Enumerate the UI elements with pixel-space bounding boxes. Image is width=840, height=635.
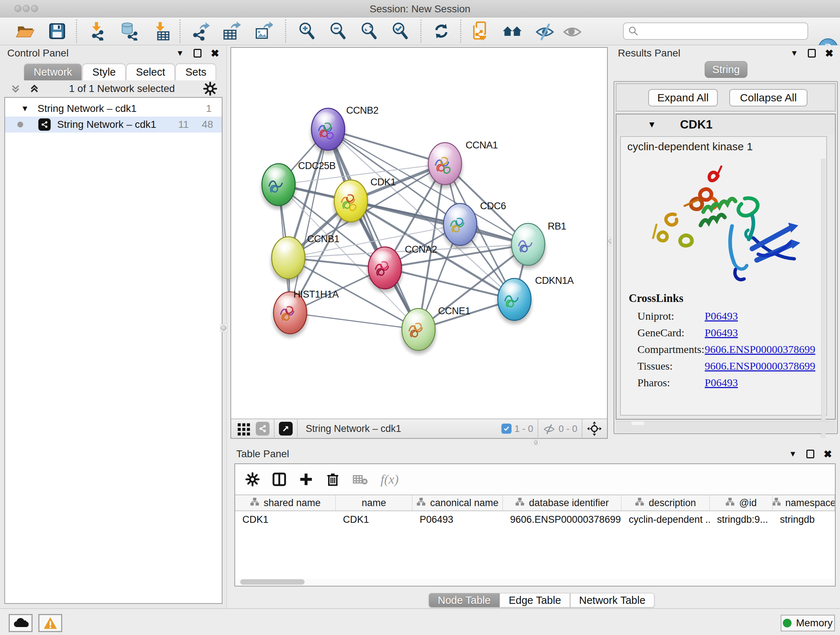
delete-table-icon[interactable] <box>352 472 368 486</box>
crosshair-icon[interactable] <box>587 421 602 436</box>
save-icon <box>48 22 66 40</box>
crosslink-link[interactable]: P06493 <box>705 310 738 322</box>
zoom-fit-button[interactable] <box>358 20 380 42</box>
memory-button[interactable]: Memory <box>781 615 835 631</box>
home-layout-button[interactable] <box>501 20 523 42</box>
expand-all-icon[interactable] <box>28 82 41 95</box>
collapse-triangle-icon[interactable]: ▼ <box>21 104 29 113</box>
results-horizontal-scrollbar[interactable] <box>616 421 836 432</box>
collapse-triangle-icon[interactable]: ▼ <box>647 119 656 130</box>
export-network-button[interactable] <box>189 20 211 42</box>
function-builder-icon[interactable]: f(x) <box>381 472 399 487</box>
selected-checkbox-icon[interactable] <box>501 424 512 434</box>
tab-string[interactable]: String <box>705 61 747 78</box>
detach-view-button[interactable] <box>279 422 293 435</box>
panel-close-icon[interactable]: ✖ <box>824 448 832 460</box>
column-header-@id[interactable]: @id <box>710 495 773 510</box>
network-node-CCNA2[interactable] <box>368 247 402 293</box>
bottom-splitter-handle[interactable] <box>532 440 540 445</box>
warnings-button[interactable] <box>38 614 62 632</box>
network-node-CCNA1[interactable] <box>428 143 462 188</box>
column-header-database-identifier[interactable]: database identifier <box>503 495 622 510</box>
column-header-shared-name[interactable]: shared name <box>235 495 336 510</box>
gear-icon[interactable] <box>245 472 260 486</box>
table-cell[interactable]: stringdb:9... <box>710 511 773 528</box>
tab-edge-table[interactable]: Edge Table <box>500 593 570 608</box>
table-data-row[interactable]: CDK1CDK1P064939606.ENSP00000378699cyclin… <box>235 511 835 528</box>
search-field[interactable] <box>623 22 808 40</box>
import-table-button[interactable] <box>150 20 172 42</box>
network-row-selected[interactable]: String Network – cdk1 11 48 <box>5 117 222 133</box>
collapse-all-button[interactable]: Collapse All <box>729 89 807 106</box>
delete-column-icon[interactable] <box>325 472 340 486</box>
panel-float-icon[interactable]: ▼ <box>789 449 797 459</box>
tab-style[interactable]: Style <box>82 64 125 80</box>
column-header-name[interactable]: name <box>336 495 412 510</box>
network-canvas[interactable]: CCNB2CCNA1CDC25BCDK1CDC6RB1CCNB1CCNA2CDK… <box>231 48 607 418</box>
panel-close-icon[interactable]: ✖ <box>211 48 219 59</box>
table-cell[interactable]: stringdb <box>773 511 835 528</box>
table-horizontal-scrollbar[interactable] <box>236 578 834 586</box>
results-vertical-scrollbar[interactable] <box>821 158 826 438</box>
crosslink-link[interactable]: 9606.ENSP00000378699 <box>705 360 815 372</box>
tab-sets[interactable]: Sets <box>175 64 216 80</box>
clone-network-button[interactable] <box>470 20 491 42</box>
panel-maximize-icon[interactable] <box>806 450 814 458</box>
table-cell[interactable]: P06493 <box>412 511 503 528</box>
table-cell[interactable]: CDK1 <box>235 511 336 528</box>
scrollbar-thumb[interactable] <box>240 579 305 585</box>
gear-icon[interactable] <box>203 82 217 96</box>
protein-section-header[interactable]: ▼ CDK1 <box>616 114 835 135</box>
search-input[interactable] <box>639 26 798 37</box>
grid-view-icon[interactable] <box>237 422 251 435</box>
network-collection-row[interactable]: ▼ String Network – cdk1 1 <box>5 101 222 117</box>
import-database-button[interactable] <box>118 20 140 42</box>
table-cell[interactable]: CDK1 <box>336 511 412 528</box>
tab-node-table[interactable]: Node Table <box>429 593 500 608</box>
network-node-RB1[interactable] <box>511 223 546 269</box>
network-share-icon[interactable] <box>256 422 270 435</box>
network-node-CDKN1A[interactable] <box>497 279 532 324</box>
table-cell[interactable]: 9606.ENSP00000378699 <box>503 511 622 528</box>
protein-section: ▼ CDK1 cyclin-dependent kinase 1 <box>616 114 836 420</box>
table-cell[interactable]: cyclin-dependent ... <box>622 511 710 528</box>
network-node-CCNB1[interactable] <box>271 237 306 282</box>
add-column-icon[interactable] <box>299 472 313 486</box>
network-node-CCNB2[interactable] <box>311 108 346 154</box>
panel-maximize-icon[interactable] <box>808 49 816 57</box>
collapse-all-icon[interactable] <box>9 82 22 95</box>
export-table-button[interactable] <box>221 20 242 42</box>
panel-float-icon[interactable]: ▼ <box>790 49 798 58</box>
crosslink-link[interactable]: P06493 <box>705 326 738 339</box>
network-node-CDC25B[interactable] <box>261 164 296 209</box>
expand-all-button[interactable]: Expand All <box>648 89 718 106</box>
panel-float-icon[interactable]: ▼ <box>176 49 184 58</box>
column-header-description[interactable]: description <box>622 495 710 510</box>
network-node-CDK1[interactable] <box>333 180 368 226</box>
hide-selected-button[interactable] <box>534 20 556 42</box>
panel-maximize-icon[interactable] <box>194 49 202 57</box>
search-icon <box>628 26 639 36</box>
zoom-out-button[interactable] <box>327 20 349 42</box>
panel-close-icon[interactable]: ✖ <box>825 48 834 59</box>
tab-select[interactable]: Select <box>126 64 175 80</box>
network-node-CDC6[interactable] <box>443 203 477 249</box>
zoom-selected-button[interactable] <box>389 20 411 42</box>
network-node-CCNE1[interactable] <box>401 309 436 354</box>
zoom-in-button[interactable] <box>296 20 317 42</box>
cloud-status-button[interactable] <box>9 614 33 632</box>
show-columns-icon[interactable] <box>272 472 286 486</box>
tab-network[interactable]: Network <box>24 64 82 80</box>
save-session-button[interactable] <box>46 20 68 42</box>
left-splitter-handle[interactable] <box>220 324 227 332</box>
column-header-namespace[interactable]: namespace <box>773 495 835 510</box>
crosslink-link[interactable]: 9606.ENSP00000378699 <box>705 343 815 356</box>
refresh-button[interactable] <box>431 20 452 42</box>
open-session-button[interactable] <box>14 20 36 42</box>
crosslink-link[interactable]: P06493 <box>705 377 738 389</box>
tab-network-table[interactable]: Network Table <box>570 593 654 608</box>
import-network-button[interactable] <box>87 20 109 42</box>
column-header-canonical-name[interactable]: canonical name <box>412 495 503 510</box>
show-all-button[interactable] <box>561 20 583 42</box>
export-image-button[interactable] <box>253 20 274 42</box>
